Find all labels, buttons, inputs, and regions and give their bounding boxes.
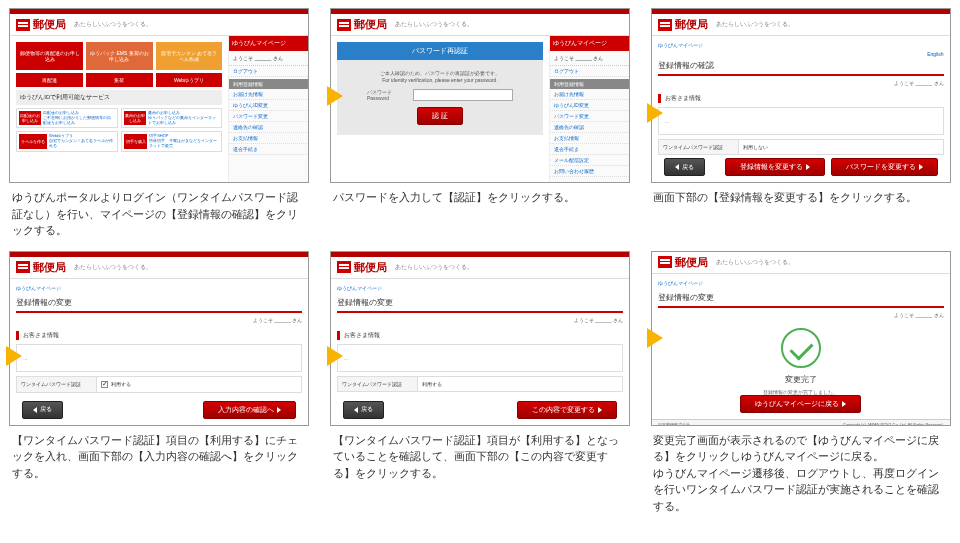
change-password-button[interactable]: パスワードを変更する bbox=[831, 158, 938, 176]
user-greeting: ようこそ ______ さん bbox=[658, 80, 944, 86]
sidebar-link[interactable]: パスワード変更 bbox=[229, 111, 308, 122]
footer-copyright: Copyright (c) JAPAN POST Co.,Ltd. All Ri… bbox=[843, 422, 944, 426]
tile-webyupri-s[interactable]: Webゆうプリ bbox=[156, 73, 223, 87]
back-button[interactable]: 戻る bbox=[22, 401, 63, 419]
breadcrumb[interactable]: ゆうびんマイページ bbox=[658, 280, 944, 286]
sidebar-link[interactable]: お届け先情報 bbox=[229, 89, 308, 100]
step-2: 郵便局 あたらしいふつうをつくる。 パスワード再認証 ご本人確認のため、パスワー… bbox=[329, 8, 632, 239]
page-title: 登録情報の変更 bbox=[337, 294, 623, 313]
done-title: 変更完了 bbox=[658, 374, 944, 385]
step-3: 郵便局 あたらしいふつうをつくる。 ゆうびんマイページ English 登録情報… bbox=[649, 8, 952, 239]
back-to-mypage-button[interactable]: ゆうびんマイページに戻る bbox=[740, 395, 861, 413]
arrow-icon bbox=[647, 103, 663, 123]
otp-value: 利用する bbox=[418, 377, 622, 391]
sidebar-link[interactable]: メール配信設定 bbox=[550, 155, 629, 166]
password-input[interactable] bbox=[413, 89, 513, 101]
otp-label: ワンタイムパスワード認証 bbox=[338, 377, 418, 391]
screenshot-2: 郵便局 あたらしいふつうをつくる。 パスワード再認証 ご本人確認のため、パスワー… bbox=[330, 8, 630, 183]
jp-mark-icon bbox=[16, 19, 30, 31]
caption-6: 変更完了画面が表示されるので【ゆうびんマイページに戻る】をクリックしゆうびんマイ… bbox=[649, 432, 952, 515]
step-6: 郵便局 あたらしいふつうをつくる。 ゆうびんマイページ 登録情報の変更 ようこそ… bbox=[649, 251, 952, 515]
otp-use-checkbox[interactable] bbox=[101, 381, 108, 388]
sidebar-link[interactable]: お届け先情報 bbox=[550, 89, 629, 100]
sidebar-link[interactable]: 退会手続き bbox=[229, 144, 308, 155]
service-item[interactable]: 集荷のお申し込み集荷のお申し込みゆうパックなどの集荷をインターネットでお申し込み bbox=[121, 108, 223, 128]
step-1: 郵便局 あたらしいふつうをつくる。 郵便物等の再配達のお申し込み ゆうパック E… bbox=[8, 8, 311, 239]
password-label: パスワードPassword bbox=[367, 89, 407, 101]
sidebar-link[interactable]: 退会手続き bbox=[550, 144, 629, 155]
otp-checkbox-label: 利用する bbox=[111, 381, 131, 387]
footer-company: 日本郵便株式会社 bbox=[658, 422, 690, 426]
tile-label[interactable]: 自宅でカンタン あて名ラベル作成 bbox=[156, 42, 223, 70]
confirm-input-button[interactable]: 入力内容の確認へ bbox=[203, 401, 296, 419]
sidebar-link[interactable]: お問い合わせ履歴 bbox=[550, 166, 629, 177]
back-button[interactable]: 戻る bbox=[664, 158, 705, 176]
tile-redelivery-s[interactable]: 再配達 bbox=[16, 73, 83, 87]
site-name: 郵便局 bbox=[33, 17, 66, 32]
jp-logo: 郵便局 bbox=[16, 17, 66, 32]
caption-3: 画面下部の【登録情報を変更する】をクリックする。 bbox=[649, 189, 952, 206]
info-placeholder: ... bbox=[337, 344, 623, 372]
tile-redelivery[interactable]: 郵便物等の再配達のお申し込み bbox=[16, 42, 83, 70]
page-title: 登録情報の確認 bbox=[658, 57, 944, 76]
section-heading: お客さま情報 bbox=[16, 331, 302, 340]
section-heading: お客さま情報 bbox=[658, 94, 944, 103]
submit-change-button[interactable]: この内容で変更する bbox=[517, 401, 617, 419]
sidebar: ゆうびんマイページ ようこそ ______ さん ログアウト 利用登録情報 お届… bbox=[228, 36, 308, 182]
page-title: 登録情報の変更 bbox=[16, 294, 302, 313]
screenshot-6: 郵便局 あたらしいふつうをつくる。 ゆうびんマイページ 登録情報の変更 ようこそ… bbox=[651, 251, 951, 426]
jp-mark-icon bbox=[337, 19, 351, 31]
sidebar-link[interactable]: 連絡先の確認 bbox=[550, 122, 629, 133]
breadcrumb[interactable]: ゆうびんマイページ bbox=[16, 285, 302, 291]
tile-pickup[interactable]: ゆうパック EMS 集荷のお申し込み bbox=[86, 42, 153, 70]
sidebar-title: ゆうびんマイページ bbox=[229, 36, 308, 51]
service-item[interactable]: ラベルを作るWebゆうプリ自宅でカンタン！あて名ラベルが作れる bbox=[16, 131, 118, 151]
step-4: 郵便局 あたらしいふつうをつくる。 ゆうびんマイページ 登録情報の変更 ようこそ… bbox=[8, 251, 311, 515]
info-placeholder: ... bbox=[16, 344, 302, 372]
service-item[interactable]: 再配達のお申し込み再配達のお申し込みご不在時にお預かりした郵便物等の再配達をお申… bbox=[16, 108, 118, 128]
breadcrumb[interactable]: ゆうびんマイページ bbox=[658, 42, 944, 48]
auth-message: ご本人確認のため、パスワードの再認証が必要です。For identity ver… bbox=[357, 70, 523, 83]
screenshot-3: 郵便局 あたらしいふつうをつくる。 ゆうびんマイページ English 登録情報… bbox=[651, 8, 951, 183]
user-greeting: ようこそ ______ さん bbox=[658, 312, 944, 318]
screenshot-4: 郵便局 あたらしいふつうをつくる。 ゆうびんマイページ 登録情報の変更 ようこそ… bbox=[9, 251, 309, 426]
screenshot-1: 郵便局 あたらしいふつうをつくる。 郵便物等の再配達のお申し込み ゆうパック E… bbox=[9, 8, 309, 183]
page-title: 登録情報の変更 bbox=[658, 289, 944, 308]
sidebar-link[interactable]: パスワード変更 bbox=[550, 111, 629, 122]
breadcrumb[interactable]: ゆうびんマイページ bbox=[337, 285, 623, 291]
user-greeting: ようこそ ______ さん bbox=[16, 317, 302, 323]
change-info-button[interactable]: 登録情報を変更する bbox=[725, 158, 825, 176]
arrow-icon bbox=[327, 86, 343, 106]
success-check-icon bbox=[781, 328, 821, 368]
back-button[interactable]: 戻る bbox=[343, 401, 384, 419]
otp-value: 利用しない bbox=[739, 140, 943, 154]
arrow-icon bbox=[327, 346, 343, 366]
logout-link[interactable]: ログアウト bbox=[550, 66, 629, 77]
otp-row: ワンタイムパスワード認証 利用しない bbox=[658, 139, 944, 155]
logout-link[interactable]: ログアウト bbox=[229, 66, 308, 77]
arrow-icon bbox=[6, 346, 22, 366]
tile-pickup-s[interactable]: 集荷 bbox=[86, 73, 153, 87]
services-heading: ゆうびんIDで利用可能なサービス bbox=[16, 90, 222, 105]
sidebar-link[interactable]: ゆうびんID変更 bbox=[229, 100, 308, 111]
otp-label: ワンタイムパスワード認証 bbox=[17, 377, 97, 392]
tagline: あたらしいふつうをつくる。 bbox=[74, 20, 152, 29]
service-item[interactable]: 切手を購入切手SHOP特殊切手、年賀はがきなどをインターネットで販売 bbox=[121, 131, 223, 151]
jp-mark-icon bbox=[658, 19, 672, 31]
info-placeholder: ... bbox=[658, 107, 944, 135]
sidebar-link[interactable]: お支払情報 bbox=[550, 133, 629, 144]
footer: 日本郵便株式会社 Copyright (c) JAPAN POST Co.,Lt… bbox=[652, 419, 950, 426]
sidebar-link[interactable]: お支払情報 bbox=[229, 133, 308, 144]
arrow-icon bbox=[647, 328, 663, 348]
sidebar-link[interactable]: ゆうびんID変更 bbox=[550, 100, 629, 111]
caption-4: 【ワンタイムパスワード認証】項目の【利用する】にチェックを入れ、画面下部の【入力… bbox=[8, 432, 311, 482]
sidebar-subhead: 利用登録情報 bbox=[229, 79, 308, 89]
jp-mark-icon bbox=[658, 256, 672, 268]
step-5: 郵便局 あたらしいふつうをつくる。 ゆうびんマイページ 登録情報の変更 ようこそ… bbox=[329, 251, 632, 515]
screenshot-5: 郵便局 あたらしいふつうをつくる。 ゆうびんマイページ 登録情報の変更 ようこそ… bbox=[330, 251, 630, 426]
sidebar-link[interactable]: 連絡先の確認 bbox=[229, 122, 308, 133]
user-greeting: ようこそ ______ さん bbox=[337, 317, 623, 323]
jp-mark-icon bbox=[16, 261, 30, 273]
auth-button[interactable]: 認 証 bbox=[417, 107, 463, 125]
step-grid: 郵便局 あたらしいふつうをつくる。 郵便物等の再配達のお申し込み ゆうパック E… bbox=[0, 0, 960, 522]
